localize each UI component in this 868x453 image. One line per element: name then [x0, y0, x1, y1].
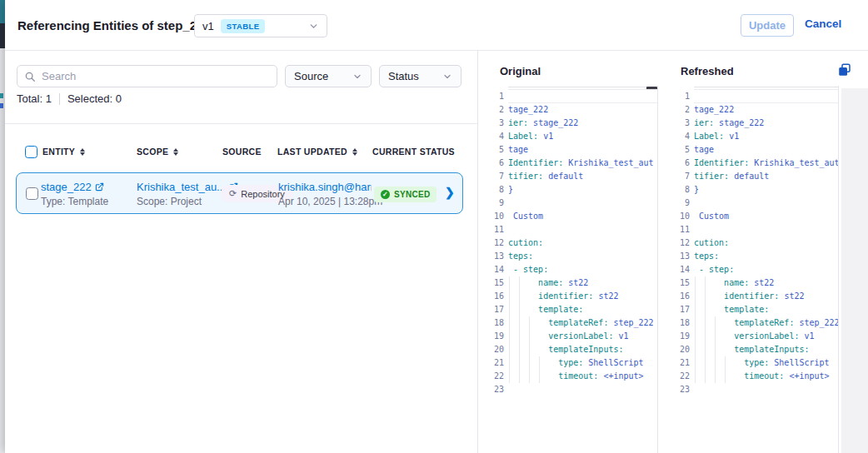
indent-guide [695, 303, 696, 316]
code-text: cution: [508, 236, 657, 250]
code-line: 12cution: [663, 236, 838, 250]
search-input[interactable] [42, 70, 270, 82]
status-filter-select[interactable]: Status [379, 65, 461, 87]
section-divider [5, 123, 477, 124]
search-icon [24, 71, 36, 82]
code-line: 5tage [478, 143, 657, 157]
sort-icon[interactable] [80, 148, 85, 156]
line-number: 9 [663, 197, 694, 210]
indent-guide [705, 276, 706, 290]
selected-count: Selected: 0 [67, 92, 122, 105]
line-number: 15 [478, 276, 508, 290]
column-header-source: SOURCE [222, 147, 262, 157]
column-header-scope[interactable]: SCOPE [137, 147, 178, 157]
code-text: versionLabel: v1 [508, 330, 657, 343]
cancel-button[interactable]: Cancel [805, 17, 841, 30]
code-text: template: [694, 303, 838, 316]
line-number: 13 [663, 250, 694, 263]
diff-original-pane: 12tage_2223ier: stage_2224Label: v15tage… [478, 86, 658, 453]
column-header-last-updated[interactable]: LAST UPDATED [277, 147, 357, 157]
line-number: 18 [663, 316, 694, 330]
code-text: Label: v1 [508, 130, 657, 143]
sort-icon[interactable] [352, 148, 357, 156]
code-line: 22 timeout: <+input> [478, 370, 657, 383]
indent-guide [529, 370, 530, 383]
code-line: 15 name: st22 [478, 276, 657, 290]
scope-name-link[interactable]: Krishika_test_au... [137, 181, 226, 193]
code-text: tifier: default [694, 170, 838, 183]
indent-guide [509, 316, 510, 330]
code-line: 21 type: ShellScript [478, 356, 657, 370]
code-text [508, 197, 657, 210]
version-value: v1 [202, 20, 214, 32]
line-number: 11 [478, 223, 508, 236]
indent-guide [509, 330, 510, 343]
code-text: timeout: <+input> [508, 370, 657, 383]
line-number: 19 [663, 330, 694, 343]
sort-icon[interactable] [173, 148, 178, 156]
code-line: 6Identifier: Krishika_test_aut [478, 157, 657, 170]
source-filter-select[interactable]: Source [285, 65, 372, 87]
code-line: 1 [663, 90, 838, 103]
entity-name-link[interactable]: stage_222 [41, 181, 92, 193]
code-text: tage_222 [694, 103, 838, 117]
column-header-entity[interactable]: ENTITY [42, 147, 85, 157]
code-text [694, 90, 838, 103]
indent-guide [509, 343, 510, 356]
code-line: 8} [663, 183, 838, 197]
table-row[interactable]: stage_222 Type: Template Krishika_test_a… [16, 172, 463, 214]
refreshed-pane-title: Refreshed [681, 65, 734, 77]
code-line: 1 [478, 90, 657, 103]
updated-by-link[interactable]: krishika.singh@harnes... [278, 181, 372, 193]
indent-guide [519, 330, 520, 343]
version-select[interactable]: v1 STABLE [194, 14, 327, 37]
code-line: 19 versionLabel: v1 [478, 330, 657, 343]
indent-guide [705, 370, 706, 383]
scrollbar-gutter[interactable] [841, 88, 868, 453]
chevron-right-icon[interactable]: ❯ [445, 186, 455, 199]
line-number: 7 [478, 170, 508, 183]
external-link-icon[interactable] [95, 182, 104, 192]
indent-guide [695, 276, 696, 290]
background-nav-mark [0, 103, 3, 108]
code-text: timeout: <+input> [694, 370, 838, 383]
indent-guide [715, 330, 716, 343]
line-number: 14 [478, 263, 508, 276]
indent-guide [519, 370, 520, 383]
line-number: 8 [478, 183, 508, 197]
code-text: Identifier: Krishika_test_aut [694, 157, 838, 170]
line-number: 14 [663, 263, 694, 276]
chevron-down-icon [442, 72, 452, 82]
select-all-checkbox[interactable] [25, 146, 37, 158]
original-code: 12tage_2223ier: stage_2224Label: v15tage… [478, 90, 657, 396]
code-line: 15 name: st22 [663, 276, 838, 290]
line-number: 18 [478, 316, 508, 330]
update-button[interactable]: Update [741, 14, 794, 37]
indent-guide [539, 356, 540, 370]
code-line: 11 [478, 223, 657, 236]
indent-guide [529, 343, 530, 356]
code-line: 16 identifier: st22 [663, 290, 838, 303]
line-number: 2 [478, 103, 508, 117]
refreshed-code: 12tage_2223ier: stage_2224Label: v15tage… [663, 90, 838, 396]
indent-guide [529, 316, 530, 330]
header-divider [5, 50, 868, 51]
code-text: identifier: st22 [508, 290, 657, 303]
repository-icon: ⟳ [229, 188, 237, 199]
horizontal-scrollbar[interactable] [694, 87, 838, 87]
indent-guide [695, 290, 696, 303]
code-text: tifier: default [508, 170, 657, 183]
copy-icon[interactable] [836, 62, 853, 79]
indent-guide [529, 330, 530, 343]
entity-cell: stage_222 Type: Template [41, 181, 108, 207]
diff-refreshed-pane: 12tage_2223ier: stage_2224Label: v15tage… [663, 86, 839, 453]
code-text: - step: [508, 263, 657, 276]
row-checkbox[interactable] [26, 187, 38, 200]
code-text [694, 223, 838, 236]
screen: Referencing Entities of step_222 v1 STAB… [0, 0, 868, 453]
indent-guide [695, 370, 696, 383]
horizontal-scrollbar[interactable] [508, 87, 657, 87]
line-number: 16 [663, 290, 694, 303]
last-updated-cell: krishika.singh@harnes... Apr 10, 2025 | … [278, 181, 382, 207]
indent-guide [509, 370, 510, 383]
